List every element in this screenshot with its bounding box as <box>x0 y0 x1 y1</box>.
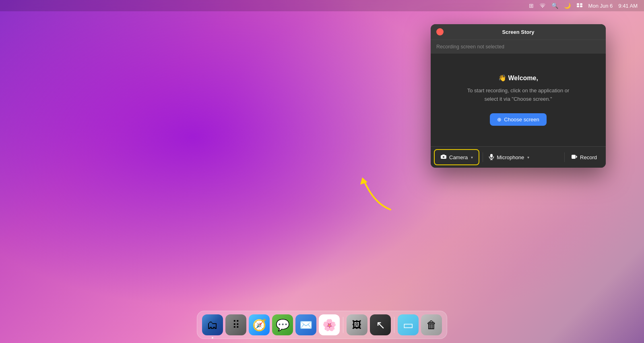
svg-marker-12 <box>576 155 578 158</box>
search-icon[interactable]: 🔍 <box>551 2 558 9</box>
close-button[interactable] <box>436 28 444 35</box>
dock-item-finder[interactable]: 🗂 <box>202 314 223 335</box>
microphone-button[interactable]: Microphone ▾ <box>483 150 564 165</box>
choose-screen-button[interactable]: ⊕ Choose screen <box>490 113 546 126</box>
panel-content: 👋 Welcome, To start recording, click on … <box>431 54 606 146</box>
svg-rect-8 <box>490 154 493 158</box>
moon-icon[interactable]: 🌙 <box>564 2 571 9</box>
svg-rect-3 <box>577 6 579 8</box>
camera-button[interactable]: Camera ▾ <box>434 149 479 165</box>
dock: 🗂 ⠿ 🧭 💬 ✉️ 🌸 🖼 ↖ <box>197 311 447 339</box>
desktop: ⊞ 🔍 🌙 Mon Jun 6 9:41 A <box>0 0 644 343</box>
dock-item-notes[interactable]: ▭ <box>398 314 419 335</box>
record-icon <box>571 154 578 161</box>
recording-status: Recording screen not selected <box>431 39 606 54</box>
svg-rect-2 <box>580 3 582 5</box>
dock-divider-2 <box>394 317 394 333</box>
dock-item-preview[interactable]: 🖼 <box>347 314 367 335</box>
screen-story-panel: Screen Story Recording screen not select… <box>431 24 606 168</box>
panel-title: Screen Story <box>502 29 534 35</box>
messages-icon: 💬 <box>276 318 290 332</box>
dock-item-safari[interactable]: 🧭 <box>249 314 270 335</box>
camera-chevron-icon: ▾ <box>471 155 473 160</box>
control-center-icon[interactable] <box>576 2 583 9</box>
welcome-desc: To start recording, click on the applica… <box>466 87 571 104</box>
dock-item-trash[interactable]: 🗑 <box>421 314 442 335</box>
svg-rect-4 <box>580 6 582 8</box>
finder-icon: 🗂 <box>207 318 218 332</box>
finder-running-dot <box>212 337 213 339</box>
wifi-icon[interactable] <box>539 2 546 9</box>
camera-icon <box>440 154 447 160</box>
svg-marker-13 <box>360 177 367 185</box>
dock-divider-1 <box>343 317 343 333</box>
mail-icon: ✉️ <box>299 319 312 331</box>
menubar: ⊞ 🔍 🌙 Mon Jun 6 9:41 A <box>0 0 644 11</box>
svg-point-0 <box>542 7 543 8</box>
preview-icon: 🖼 <box>352 319 362 331</box>
dock-item-photos[interactable]: 🌸 <box>319 314 340 335</box>
safari-icon: 🧭 <box>252 318 266 332</box>
photos-icon: 🌸 <box>322 318 336 332</box>
svg-rect-1 <box>577 3 579 5</box>
menubar-time: 9:41 AM <box>618 3 638 9</box>
launchpad-icon: ⠿ <box>232 319 240 331</box>
dock-item-mail[interactable]: ✉️ <box>295 314 316 335</box>
menubar-right: ⊞ 🔍 🌙 Mon Jun 6 9:41 A <box>529 2 638 9</box>
notes-icon: ▭ <box>403 318 413 332</box>
welcome-title: 👋 Welcome, <box>498 74 538 82</box>
dock-item-messages[interactable]: 💬 <box>272 314 293 335</box>
record-button[interactable]: Record <box>565 150 603 165</box>
svg-point-7 <box>443 156 444 158</box>
dock-item-launchpad[interactable]: ⠿ <box>225 314 246 335</box>
dock-item-cursor[interactable]: ↖ <box>370 314 391 335</box>
screen-story-menubar-icon[interactable]: ⊞ <box>529 2 534 9</box>
panel-footer: Camera ▾ Microphone ▾ <box>431 146 606 168</box>
microphone-icon <box>489 154 494 161</box>
cursor-app-icon: ↖ <box>376 318 385 332</box>
arrow-annotation <box>350 173 402 215</box>
panel-titlebar: Screen Story <box>431 24 606 39</box>
svg-rect-11 <box>572 155 576 159</box>
microphone-chevron-icon: ▾ <box>527 155 529 160</box>
choose-screen-icon: ⊕ <box>497 116 502 123</box>
trash-icon: 🗑 <box>426 319 437 331</box>
menubar-date: Mon Jun 6 <box>588 3 613 9</box>
